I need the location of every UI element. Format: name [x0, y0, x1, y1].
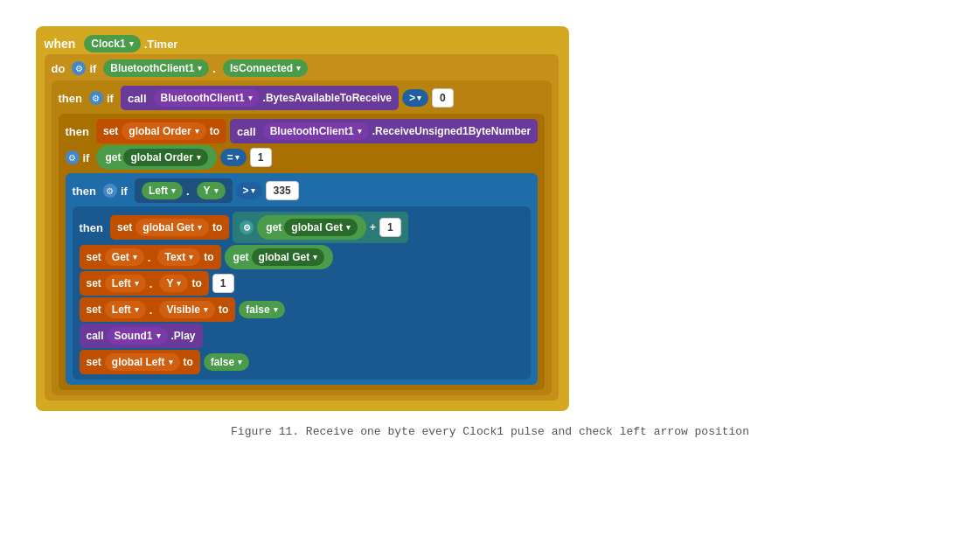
then-if-left-y-row: then ⚙ if Left ▾ . Y: [73, 178, 532, 203]
get-component-dropdown[interactable]: Get ▾: [105, 248, 144, 266]
left-dropdown-3[interactable]: Left ▾: [105, 301, 146, 318]
set-left-y-block: set Left ▾ . Y ▾: [80, 271, 209, 296]
gear-icon-4[interactable]: ⚙: [103, 184, 117, 198]
call-block-bytes: call BluetoothClient1 ▾ .BytesAvailableT…: [121, 86, 399, 110]
if-label-3: if: [83, 151, 90, 164]
if-label-1: if: [89, 62, 96, 75]
call-sound-row: call Sound1 ▾ .Play: [80, 324, 525, 348]
timer-label: .Timer: [144, 38, 178, 51]
when-label: when: [45, 37, 76, 51]
bt-client-dropdown-2[interactable]: BluetoothClient1 ▾: [154, 89, 260, 107]
set-left-visible-row: set Left ▾ . Visible ▾: [80, 297, 525, 322]
value-0: 0: [432, 88, 454, 108]
set-left-visible-block: set Left ▾ . Visible ▾: [80, 297, 236, 322]
set-global-get-block: set global Get ▾ to: [110, 215, 229, 240]
false-dropdown-1[interactable]: false ▾: [239, 301, 284, 318]
is-connected-dropdown[interactable]: IsConnected ▾: [223, 59, 308, 77]
main-container: when Clock1 ▾ .Timer do ⚙ if BluetoothCl…: [27, 17, 954, 447]
call-sound-play-block: call Sound1 ▾ .Play: [80, 324, 203, 348]
then-if-bytes-row: then ⚙ if call BluetoothClient1 ▾ .Bytes…: [59, 86, 546, 110]
if-order-row: ⚙ if get global Order ▾ = ▾: [66, 145, 539, 170]
plus-op: +: [370, 221, 376, 234]
if-label-2: if: [107, 92, 114, 105]
global-get-dropdown-2[interactable]: global Get ▾: [252, 248, 325, 266]
then-label-2: then: [66, 125, 89, 138]
y-dropdown-2[interactable]: Y ▾: [159, 275, 188, 292]
false-dropdown-2[interactable]: false ▾: [204, 353, 249, 371]
text-dropdown[interactable]: Text ▾: [157, 248, 200, 266]
value-1a: 1: [250, 148, 272, 167]
sound1-dropdown[interactable]: Sound1 ▾: [108, 327, 168, 345]
gear-icon-1[interactable]: ⚙: [72, 61, 86, 75]
bt-client-dropdown-3[interactable]: BluetoothClient1 ▾: [263, 122, 369, 140]
value-335: 335: [266, 181, 299, 200]
then-label-3: then: [73, 185, 96, 198]
global-left-dropdown[interactable]: global Left ▾: [105, 353, 180, 371]
global-get-dropdown-get[interactable]: global Get ▾: [284, 219, 358, 236]
gear-icon-5[interactable]: ⚙: [240, 220, 254, 234]
set-get-text-block: set Get ▾ . Text ▾: [80, 245, 221, 269]
left-y-if-block: Left ▾ . Y ▾: [135, 178, 233, 203]
get-global-order-pill: get global Order ▾: [96, 145, 216, 170]
then-set-order-row: then set global Order ▾ to call: [66, 119, 539, 143]
call-receive-unsigned: call BluetoothClient1 ▾ .ReceiveUnsigned…: [230, 119, 538, 143]
global-order-dropdown[interactable]: global Order ▾: [122, 122, 205, 140]
set-get-text-row: set Get ▾ . Text ▾: [80, 245, 525, 269]
y-dropdown-1[interactable]: Y ▾: [197, 182, 226, 199]
gear-icon-3[interactable]: ⚙: [66, 150, 80, 164]
global-order-get-dropdown[interactable]: global Order ▾: [123, 149, 207, 166]
do-if-row: do ⚙ if BluetoothClient1 ▾ . IsConnected…: [52, 59, 553, 77]
clock1-dropdown[interactable]: Clock1 ▾: [84, 35, 140, 52]
level3-container: then set global Order ▾ to call: [59, 114, 546, 390]
bt-client-dropdown-1[interactable]: BluetoothClient1 ▾: [103, 59, 209, 77]
global-get-dropdown-set[interactable]: global Get ▾: [136, 219, 209, 236]
figure-caption: Figure 11. Receive one byte every Clock1…: [36, 425, 945, 438]
then-label-4: then: [80, 221, 103, 234]
value-1b: 1: [379, 218, 401, 237]
set-global-order-block: set global Order ▾ to: [96, 119, 226, 143]
visible-dropdown[interactable]: Visible ▾: [159, 301, 214, 318]
gt-operator-2[interactable]: > ▾: [236, 182, 262, 199]
get-global-get-pill: get global Get ▾: [257, 215, 366, 240]
set-left-y-row: set Left ▾ . Y ▾: [80, 271, 525, 296]
level1-container: do ⚙ if BluetoothClient1 ▾ . IsConnected…: [45, 54, 560, 401]
math-plus-block: ⚙ get global Get ▾ +: [233, 212, 407, 243]
if-label-4: if: [121, 185, 128, 198]
get-global-get-pill-2: get global Get ▾: [225, 245, 334, 269]
then-label-1: then: [59, 92, 82, 105]
then-set-get-row: then set global Get ▾ to: [80, 212, 525, 243]
level5-container: then set global Get ▾ to: [73, 206, 532, 380]
set-global-left-block: set global Left ▾ to: [80, 350, 200, 374]
level4-container: then ⚙ if Left ▾ . Y: [66, 173, 539, 385]
value-1c: 1: [212, 274, 234, 293]
blocks-area: when Clock1 ▾ .Timer do ⚙ if BluetoothCl…: [36, 26, 570, 411]
left-dropdown-1[interactable]: Left ▾: [142, 182, 183, 199]
gt-operator[interactable]: > ▾: [402, 89, 428, 107]
gear-icon-2[interactable]: ⚙: [89, 91, 103, 105]
set-global-left-row: set global Left ▾ to false ▾: [80, 350, 525, 374]
event-header-row: when Clock1 ▾ .Timer: [45, 35, 560, 52]
eq-operator[interactable]: = ▾: [220, 149, 247, 166]
level2-container: then ⚙ if call BluetoothClient1 ▾ .Bytes…: [52, 80, 553, 395]
dot-label-1: .: [212, 62, 216, 75]
left-dropdown-2[interactable]: Left ▾: [105, 275, 146, 292]
do-label: do: [52, 62, 66, 75]
